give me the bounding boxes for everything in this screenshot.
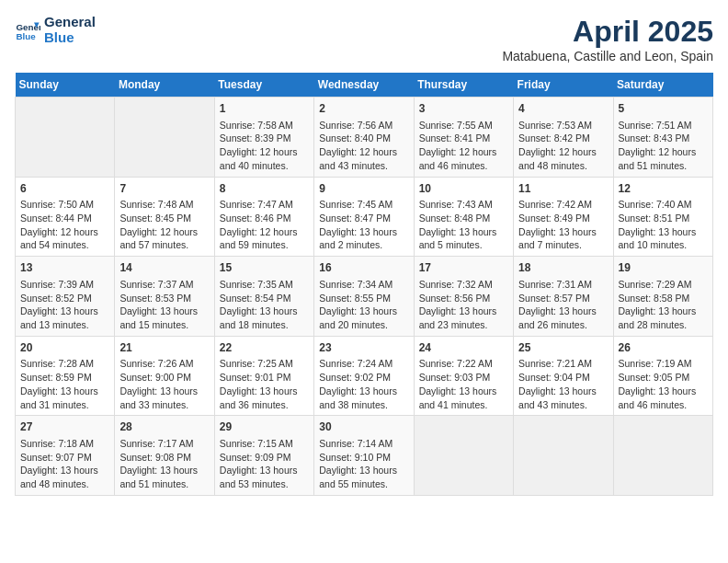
day-number: 14 (119, 260, 209, 276)
day-info: Sunrise: 7:28 AM Sunset: 8:59 PM Dayligh… (20, 357, 109, 411)
calendar-cell: 1Sunrise: 7:58 AM Sunset: 8:39 PM Daylig… (214, 98, 313, 178)
svg-text:Blue: Blue (16, 30, 36, 40)
day-info: Sunrise: 7:29 AM Sunset: 8:58 PM Dayligh… (619, 278, 708, 332)
calendar-cell: 8Sunrise: 7:47 AM Sunset: 8:46 PM Daylig… (214, 177, 313, 257)
page-subtitle: Matabuena, Castille and Leon, Spain (502, 49, 713, 63)
calendar-cell: 25Sunrise: 7:21 AM Sunset: 9:04 PM Dayli… (514, 336, 613, 416)
header: General Blue General Blue April 2025 Mat… (15, 15, 713, 63)
calendar-cell (115, 98, 214, 178)
calendar-cell: 4Sunrise: 7:53 AM Sunset: 8:42 PM Daylig… (514, 98, 613, 178)
calendar-week-row: 27Sunrise: 7:18 AM Sunset: 9:07 PM Dayli… (16, 416, 713, 496)
day-number: 30 (319, 419, 408, 435)
calendar-cell: 9Sunrise: 7:45 AM Sunset: 8:47 PM Daylig… (314, 177, 414, 257)
day-info: Sunrise: 7:47 AM Sunset: 8:46 PM Dayligh… (220, 198, 309, 252)
column-header-thursday: Thursday (414, 73, 513, 98)
day-info: Sunrise: 7:14 AM Sunset: 9:10 PM Dayligh… (319, 437, 408, 491)
day-number: 7 (119, 181, 209, 197)
calendar-week-row: 13Sunrise: 7:39 AM Sunset: 8:52 PM Dayli… (16, 257, 713, 337)
day-number: 4 (518, 101, 608, 117)
day-number: 27 (20, 419, 109, 435)
calendar-cell (16, 98, 115, 178)
day-number: 12 (619, 181, 708, 197)
day-info: Sunrise: 7:50 AM Sunset: 8:44 PM Dayligh… (20, 198, 109, 252)
calendar-cell: 27Sunrise: 7:18 AM Sunset: 9:07 PM Dayli… (16, 416, 115, 496)
day-info: Sunrise: 7:18 AM Sunset: 9:07 PM Dayligh… (20, 437, 109, 491)
day-number: 22 (220, 340, 309, 356)
day-info: Sunrise: 7:17 AM Sunset: 9:08 PM Dayligh… (119, 437, 209, 491)
calendar-cell: 13Sunrise: 7:39 AM Sunset: 8:52 PM Dayli… (16, 257, 115, 337)
day-number: 19 (619, 260, 708, 276)
logo-general: General (44, 15, 96, 30)
column-header-wednesday: Wednesday (314, 73, 414, 98)
title-area: April 2025 Matabuena, Castille and Leon,… (502, 15, 713, 63)
calendar-cell: 20Sunrise: 7:28 AM Sunset: 8:59 PM Dayli… (16, 336, 115, 416)
day-number: 5 (619, 101, 708, 117)
day-number: 13 (20, 260, 109, 276)
day-info: Sunrise: 7:55 AM Sunset: 8:41 PM Dayligh… (419, 119, 508, 173)
day-number: 23 (319, 340, 408, 356)
day-info: Sunrise: 7:45 AM Sunset: 8:47 PM Dayligh… (319, 198, 408, 252)
calendar-cell: 3Sunrise: 7:55 AM Sunset: 8:41 PM Daylig… (414, 98, 513, 178)
calendar-cell: 29Sunrise: 7:15 AM Sunset: 9:09 PM Dayli… (214, 416, 313, 496)
day-number: 17 (419, 260, 508, 276)
calendar-cell: 21Sunrise: 7:26 AM Sunset: 9:00 PM Dayli… (115, 336, 214, 416)
calendar-week-row: 20Sunrise: 7:28 AM Sunset: 8:59 PM Dayli… (16, 336, 713, 416)
column-header-monday: Monday (115, 73, 214, 98)
day-number: 10 (419, 181, 508, 197)
day-info: Sunrise: 7:19 AM Sunset: 9:05 PM Dayligh… (619, 357, 708, 411)
day-info: Sunrise: 7:48 AM Sunset: 8:45 PM Dayligh… (119, 198, 209, 252)
calendar-cell: 11Sunrise: 7:42 AM Sunset: 8:49 PM Dayli… (514, 177, 613, 257)
day-number: 28 (119, 419, 209, 435)
day-info: Sunrise: 7:22 AM Sunset: 9:03 PM Dayligh… (419, 357, 508, 411)
day-info: Sunrise: 7:31 AM Sunset: 8:57 PM Dayligh… (518, 278, 608, 332)
calendar-cell: 23Sunrise: 7:24 AM Sunset: 9:02 PM Dayli… (314, 336, 414, 416)
logo-icon: General Blue (15, 17, 40, 43)
calendar-cell: 24Sunrise: 7:22 AM Sunset: 9:03 PM Dayli… (414, 336, 513, 416)
day-number: 15 (220, 260, 309, 276)
calendar-cell: 6Sunrise: 7:50 AM Sunset: 8:44 PM Daylig… (16, 177, 115, 257)
calendar-cell: 15Sunrise: 7:35 AM Sunset: 8:54 PM Dayli… (214, 257, 313, 337)
calendar-cell: 14Sunrise: 7:37 AM Sunset: 8:53 PM Dayli… (115, 257, 214, 337)
day-number: 11 (518, 181, 608, 197)
day-info: Sunrise: 7:56 AM Sunset: 8:40 PM Dayligh… (319, 119, 408, 173)
day-info: Sunrise: 7:32 AM Sunset: 8:56 PM Dayligh… (419, 278, 508, 332)
calendar-cell (414, 416, 513, 496)
calendar-cell (514, 416, 613, 496)
calendar-header-row: SundayMondayTuesdayWednesdayThursdayFrid… (16, 73, 713, 98)
calendar-cell: 10Sunrise: 7:43 AM Sunset: 8:48 PM Dayli… (414, 177, 513, 257)
calendar-week-row: 6Sunrise: 7:50 AM Sunset: 8:44 PM Daylig… (16, 177, 713, 257)
day-info: Sunrise: 7:53 AM Sunset: 8:42 PM Dayligh… (518, 119, 608, 173)
day-number: 24 (419, 340, 508, 356)
day-number: 2 (319, 101, 408, 117)
day-number: 8 (220, 181, 309, 197)
logo: General Blue General Blue (15, 15, 96, 45)
calendar-cell: 22Sunrise: 7:25 AM Sunset: 9:01 PM Dayli… (214, 336, 313, 416)
logo-blue: Blue (44, 30, 96, 46)
day-info: Sunrise: 7:26 AM Sunset: 9:00 PM Dayligh… (119, 357, 209, 411)
calendar-cell: 28Sunrise: 7:17 AM Sunset: 9:08 PM Dayli… (115, 416, 214, 496)
day-info: Sunrise: 7:42 AM Sunset: 8:49 PM Dayligh… (518, 198, 608, 252)
day-info: Sunrise: 7:58 AM Sunset: 8:39 PM Dayligh… (220, 119, 309, 173)
column-header-tuesday: Tuesday (214, 73, 313, 98)
day-number: 18 (518, 260, 608, 276)
day-number: 16 (319, 260, 408, 276)
calendar-cell: 18Sunrise: 7:31 AM Sunset: 8:57 PM Dayli… (514, 257, 613, 337)
day-number: 9 (319, 181, 408, 197)
column-header-sunday: Sunday (16, 73, 115, 98)
day-info: Sunrise: 7:34 AM Sunset: 8:55 PM Dayligh… (319, 278, 408, 332)
calendar-cell: 17Sunrise: 7:32 AM Sunset: 8:56 PM Dayli… (414, 257, 513, 337)
day-number: 20 (20, 340, 109, 356)
day-number: 1 (220, 101, 309, 117)
day-info: Sunrise: 7:37 AM Sunset: 8:53 PM Dayligh… (119, 278, 209, 332)
day-info: Sunrise: 7:39 AM Sunset: 8:52 PM Dayligh… (20, 278, 109, 332)
calendar-cell: 30Sunrise: 7:14 AM Sunset: 9:10 PM Dayli… (314, 416, 414, 496)
day-info: Sunrise: 7:35 AM Sunset: 8:54 PM Dayligh… (220, 278, 309, 332)
column-header-friday: Friday (514, 73, 613, 98)
column-header-saturday: Saturday (613, 73, 712, 98)
day-info: Sunrise: 7:43 AM Sunset: 8:48 PM Dayligh… (419, 198, 508, 252)
day-number: 6 (20, 181, 109, 197)
calendar-cell: 7Sunrise: 7:48 AM Sunset: 8:45 PM Daylig… (115, 177, 214, 257)
day-info: Sunrise: 7:24 AM Sunset: 9:02 PM Dayligh… (319, 357, 408, 411)
calendar-cell: 5Sunrise: 7:51 AM Sunset: 8:43 PM Daylig… (613, 98, 712, 178)
calendar-cell: 26Sunrise: 7:19 AM Sunset: 9:05 PM Dayli… (613, 336, 712, 416)
